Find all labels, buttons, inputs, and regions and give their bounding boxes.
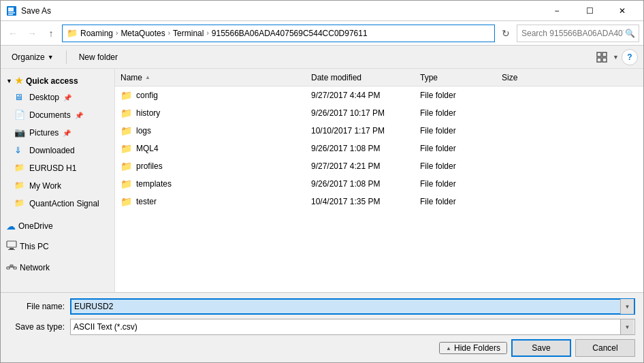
folder-icon: 📁 — [120, 125, 132, 136]
organize-chevron-icon: ▼ — [48, 54, 54, 61]
col-name-label: Name — [120, 73, 142, 82]
file-area: Name ▲ Date modified Type Size 📁 config — [115, 69, 643, 292]
up-button[interactable]: ↑ — [43, 25, 59, 42]
col-header-size[interactable]: Size — [496, 73, 551, 82]
documents-icon: 📄 — [14, 110, 25, 121]
table-row[interactable]: 📁 profiles 9/27/2017 4:21 PM File folder — [115, 157, 643, 175]
quick-access-header[interactable]: ▼ ★ Quick access — [1, 72, 114, 89]
help-button[interactable]: ? — [622, 49, 638, 65]
sidebar-item-downloaded[interactable]: ⇓ Downloaded — [1, 142, 114, 159]
view-icon — [596, 52, 607, 63]
sidebar-item-downloaded-label: Downloaded — [29, 146, 75, 155]
main-content: ▼ ★ Quick access 🖥 Desktop 📌 📄 Documents… — [1, 69, 643, 292]
sidebar-item-desktop[interactable]: 🖥 Desktop 📌 — [1, 89, 114, 106]
new-folder-button[interactable]: New folder — [74, 48, 123, 66]
organize-label: Organize — [12, 52, 45, 62]
desktop-icon: 🖥 — [14, 92, 25, 103]
file-date: 9/26/2017 10:17 PM — [306, 108, 415, 118]
folder-icon: 📁 — [120, 161, 132, 172]
search-input[interactable] — [517, 25, 639, 42]
cancel-label: Cancel — [592, 343, 617, 353]
hide-folders-chevron-icon: ▲ — [446, 345, 451, 351]
table-row[interactable]: 📁 templates 9/26/2017 1:08 PM File folde… — [115, 175, 643, 193]
network-label: Network — [20, 263, 50, 272]
file-type: File folder — [415, 179, 496, 189]
sidebar-item-pictures-label: Pictures — [29, 128, 59, 138]
table-row[interactable]: 📁 config 9/27/2017 4:44 PM File folder — [115, 86, 643, 104]
minimize-button[interactable]: − — [541, 1, 573, 21]
file-date: 9/27/2017 4:44 PM — [306, 91, 415, 100]
file-name: config — [136, 91, 158, 100]
folder-icon: 📁 — [120, 196, 132, 207]
col-header-name[interactable]: Name ▲ — [115, 73, 306, 82]
table-row[interactable]: 📁 history 9/26/2017 10:17 PM File folder — [115, 104, 643, 122]
filename-input-wrap: ▼ — [70, 298, 635, 315]
file-type: File folder — [415, 197, 496, 206]
file-name: templates — [136, 179, 172, 189]
file-date: 9/27/2017 4:21 PM — [306, 161, 415, 171]
file-name: MQL4 — [136, 144, 159, 153]
svg-rect-10 — [8, 249, 15, 250]
quantaction-icon: 📁 — [14, 198, 25, 209]
file-type: File folder — [415, 91, 496, 100]
refresh-button[interactable]: ↻ — [498, 25, 514, 42]
filetype-select[interactable]: ASCII Text (*.csv) — [70, 319, 635, 335]
hide-folders-button[interactable]: ▲ Hide Folders — [439, 342, 507, 354]
breadcrumb-guid: 915566BA06ADA407569C544CC0D97611 — [212, 29, 368, 38]
col-header-date[interactable]: Date modified — [306, 73, 415, 82]
sidebar-item-mywork[interactable]: 📁 My Work — [1, 177, 114, 195]
organize-button[interactable]: Organize ▼ — [6, 48, 59, 66]
sidebar-item-pictures[interactable]: 📷 Pictures 📌 — [1, 124, 114, 142]
sidebar-item-eurusd[interactable]: 📁 EURUSD H1 — [1, 159, 114, 177]
filetype-row: Save as type: ASCII Text (*.csv) ▼ — [9, 319, 635, 335]
sidebar-item-documents[interactable]: 📄 Documents 📌 — [1, 106, 114, 124]
svg-rect-9 — [10, 248, 14, 249]
network-item[interactable]: Network — [1, 255, 114, 277]
sidebar-item-quantaction[interactable]: 📁 QuantAction Signal — [1, 195, 114, 212]
thispc-item[interactable]: This PC — [1, 234, 114, 255]
table-row[interactable]: 📁 logs 10/10/2017 1:17 PM File folder — [115, 122, 643, 140]
file-type: File folder — [415, 161, 496, 171]
filename-input[interactable] — [70, 298, 635, 315]
filetype-select-wrap: ASCII Text (*.csv) ▼ — [70, 319, 635, 335]
table-row[interactable]: 📁 MQL4 9/26/2017 1:08 PM File folder — [115, 140, 643, 157]
svg-rect-2 — [8, 12, 15, 14]
folder-icon: 📁 — [120, 178, 132, 189]
toolbar-right: ▼ ? — [594, 49, 638, 65]
maximize-button[interactable]: ☐ — [574, 1, 605, 21]
sidebar-item-mywork-label: My Work — [29, 181, 61, 191]
mywork-icon: 📁 — [14, 180, 25, 191]
back-button[interactable]: ← — [5, 25, 21, 42]
file-date: 10/4/2017 1:35 PM — [306, 197, 415, 206]
col-header-type[interactable]: Type — [415, 73, 496, 82]
col-date-label: Date modified — [311, 73, 361, 82]
onedrive-item[interactable]: ☁ OneDrive — [1, 215, 114, 234]
new-folder-label: New folder — [79, 52, 118, 62]
breadcrumb-bar[interactable]: 📁 Roaming › MetaQuotes › Terminal › 9155… — [62, 25, 495, 42]
save-button[interactable]: Save — [511, 339, 571, 357]
filetype-label: Save as type: — [9, 322, 70, 332]
file-date: 9/26/2017 1:08 PM — [306, 144, 415, 153]
file-list-header: Name ▲ Date modified Type Size — [115, 69, 643, 86]
filename-row: File name: ▼ — [9, 298, 635, 315]
downloaded-icon: ⇓ — [14, 145, 25, 156]
help-label: ? — [627, 52, 632, 62]
dialog-icon — [6, 5, 17, 16]
cancel-button[interactable]: Cancel — [575, 339, 635, 357]
breadcrumb-sep2: › — [168, 29, 170, 37]
pin-icon-documents: 📌 — [75, 112, 83, 119]
thispc-icon — [6, 240, 17, 253]
file-type: File folder — [415, 126, 496, 136]
title-bar-controls: − ☐ ✕ — [541, 1, 638, 21]
quick-access-star-icon: ★ — [15, 76, 23, 86]
sidebar: ▼ ★ Quick access 🖥 Desktop 📌 📄 Documents… — [1, 69, 115, 292]
breadcrumb-folder-icon: 📁 — [67, 28, 78, 38]
view-button[interactable] — [594, 49, 610, 65]
filename-label: File name: — [9, 302, 70, 311]
view-dropdown-icon: ▼ — [613, 54, 619, 61]
toolbar: Organize ▼ New folder ▼ ? — [1, 46, 643, 69]
close-button[interactable]: ✕ — [607, 1, 638, 21]
table-row[interactable]: 📁 tester 10/4/2017 1:35 PM File folder — [115, 193, 643, 210]
save-label: Save — [532, 343, 550, 353]
forward-button[interactable]: → — [24, 25, 40, 42]
